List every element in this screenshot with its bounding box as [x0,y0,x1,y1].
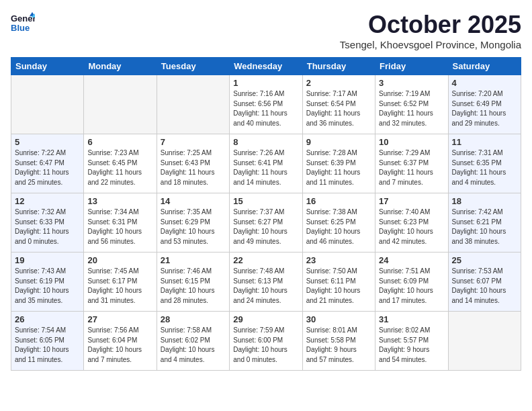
calendar-cell: 19Sunrise: 7:43 AM Sunset: 6:19 PM Dayli… [11,253,84,312]
calendar-cell: 7Sunrise: 7:25 AM Sunset: 6:43 PM Daylig… [157,134,229,193]
day-info: Sunrise: 7:22 AM Sunset: 6:47 PM Dayligh… [15,148,80,187]
day-number: 29 [233,314,298,324]
day-info: Sunrise: 7:19 AM Sunset: 6:52 PM Dayligh… [379,89,444,128]
calendar-cell: 2Sunrise: 7:17 AM Sunset: 6:54 PM Daylig… [302,75,375,134]
day-number: 25 [452,255,517,265]
week-row-1: 1Sunrise: 7:16 AM Sunset: 6:56 PM Daylig… [11,75,521,134]
calendar-cell: 15Sunrise: 7:37 AM Sunset: 6:27 PM Dayli… [230,193,302,253]
day-number: 10 [379,137,444,147]
calendar-cell [448,312,521,371]
day-info: Sunrise: 7:56 AM Sunset: 6:04 PM Dayligh… [87,326,152,365]
logo: General Blue [11,11,38,35]
calendar-cell: 6Sunrise: 7:23 AM Sunset: 6:45 PM Daylig… [84,134,157,193]
day-info: Sunrise: 7:54 AM Sunset: 6:05 PM Dayligh… [15,326,80,365]
day-number: 27 [87,314,152,324]
calendar-cell: 30Sunrise: 8:01 AM Sunset: 5:58 PM Dayli… [302,312,375,371]
week-row-4: 19Sunrise: 7:43 AM Sunset: 6:19 PM Dayli… [11,253,521,312]
day-info: Sunrise: 7:16 AM Sunset: 6:56 PM Dayligh… [233,89,298,128]
calendar-cell [157,75,229,134]
day-info: Sunrise: 7:29 AM Sunset: 6:37 PM Dayligh… [379,148,444,187]
day-number: 1 [233,78,298,88]
day-info: Sunrise: 7:38 AM Sunset: 6:25 PM Dayligh… [306,208,371,246]
calendar-cell: 16Sunrise: 7:38 AM Sunset: 6:25 PM Dayli… [302,193,375,253]
calendar-cell: 17Sunrise: 7:40 AM Sunset: 6:23 PM Dayli… [375,193,448,253]
day-number: 16 [306,196,371,206]
day-info: Sunrise: 7:53 AM Sunset: 6:07 PM Dayligh… [452,267,517,306]
calendar-cell: 22Sunrise: 7:48 AM Sunset: 6:13 PM Dayli… [230,253,302,312]
calendar-cell: 11Sunrise: 7:31 AM Sunset: 6:35 PM Dayli… [448,134,521,193]
calendar-cell: 18Sunrise: 7:42 AM Sunset: 6:21 PM Dayli… [448,193,521,253]
day-number: 4 [452,78,517,88]
weekday-header-wednesday: Wednesday [230,58,302,75]
weekday-header-thursday: Thursday [302,58,375,75]
calendar-cell: 10Sunrise: 7:29 AM Sunset: 6:37 PM Dayli… [375,134,448,193]
calendar-cell: 29Sunrise: 7:59 AM Sunset: 6:00 PM Dayli… [230,312,302,371]
title-block: October 2025 Tsengel, Khoevsgoel Provinc… [340,11,521,50]
day-number: 19 [15,255,80,265]
location: Tsengel, Khoevsgoel Province, Mongolia [340,39,521,50]
day-info: Sunrise: 7:35 AM Sunset: 6:29 PM Dayligh… [161,208,226,246]
day-info: Sunrise: 7:45 AM Sunset: 6:17 PM Dayligh… [87,267,152,306]
week-row-3: 12Sunrise: 7:32 AM Sunset: 6:33 PM Dayli… [11,193,521,253]
day-info: Sunrise: 7:58 AM Sunset: 6:02 PM Dayligh… [161,326,226,365]
calendar-cell [84,75,157,134]
day-number: 17 [379,196,444,206]
calendar-table: SundayMondayTuesdayWednesdayThursdayFrid… [11,57,521,371]
day-info: Sunrise: 7:43 AM Sunset: 6:19 PM Dayligh… [15,267,80,306]
calendar-cell: 31Sunrise: 8:02 AM Sunset: 5:57 PM Dayli… [375,312,448,371]
day-number: 3 [379,78,444,88]
calendar-cell: 1Sunrise: 7:16 AM Sunset: 6:56 PM Daylig… [230,75,302,134]
day-number: 21 [161,255,226,265]
day-number: 30 [306,314,371,324]
calendar-cell: 21Sunrise: 7:46 AM Sunset: 6:15 PM Dayli… [157,253,229,312]
day-number: 20 [87,255,152,265]
calendar-cell: 24Sunrise: 7:51 AM Sunset: 6:09 PM Dayli… [375,253,448,312]
day-info: Sunrise: 7:40 AM Sunset: 6:23 PM Dayligh… [379,208,444,246]
calendar-page: General Blue October 2025 Tsengel, Khoev… [0,0,532,411]
day-number: 9 [306,137,371,147]
day-number: 31 [379,314,444,324]
calendar-cell: 8Sunrise: 7:26 AM Sunset: 6:41 PM Daylig… [230,134,302,193]
week-row-2: 5Sunrise: 7:22 AM Sunset: 6:47 PM Daylig… [11,134,521,193]
header: General Blue October 2025 Tsengel, Khoev… [11,11,521,50]
day-number: 5 [15,137,80,147]
day-number: 26 [15,314,80,324]
calendar-cell: 4Sunrise: 7:20 AM Sunset: 6:49 PM Daylig… [448,75,521,134]
calendar-cell: 3Sunrise: 7:19 AM Sunset: 6:52 PM Daylig… [375,75,448,134]
calendar-cell: 27Sunrise: 7:56 AM Sunset: 6:04 PM Dayli… [84,312,157,371]
day-number: 7 [161,137,226,147]
day-number: 11 [452,137,517,147]
day-info: Sunrise: 7:32 AM Sunset: 6:33 PM Dayligh… [15,208,80,246]
day-info: Sunrise: 7:42 AM Sunset: 6:21 PM Dayligh… [452,208,517,246]
weekday-header-sunday: Sunday [11,58,84,75]
day-number: 2 [306,78,371,88]
logo-icon: General Blue [11,11,35,35]
calendar-cell [11,75,84,134]
day-info: Sunrise: 7:50 AM Sunset: 6:11 PM Dayligh… [306,267,371,306]
calendar-cell: 14Sunrise: 7:35 AM Sunset: 6:29 PM Dayli… [157,193,229,253]
calendar-cell: 28Sunrise: 7:58 AM Sunset: 6:02 PM Dayli… [157,312,229,371]
day-number: 8 [233,137,298,147]
weekday-header-saturday: Saturday [448,58,521,75]
day-info: Sunrise: 7:23 AM Sunset: 6:45 PM Dayligh… [87,148,152,187]
calendar-cell: 5Sunrise: 7:22 AM Sunset: 6:47 PM Daylig… [11,134,84,193]
day-info: Sunrise: 7:17 AM Sunset: 6:54 PM Dayligh… [306,89,371,128]
calendar-cell: 23Sunrise: 7:50 AM Sunset: 6:11 PM Dayli… [302,253,375,312]
weekday-header-monday: Monday [84,58,157,75]
month-title: October 2025 [340,11,521,39]
day-info: Sunrise: 7:59 AM Sunset: 6:00 PM Dayligh… [233,326,298,365]
day-number: 28 [161,314,226,324]
calendar-cell: 26Sunrise: 7:54 AM Sunset: 6:05 PM Dayli… [11,312,84,371]
calendar-cell: 25Sunrise: 7:53 AM Sunset: 6:07 PM Dayli… [448,253,521,312]
day-info: Sunrise: 7:26 AM Sunset: 6:41 PM Dayligh… [233,148,298,187]
day-number: 24 [379,255,444,265]
day-number: 18 [452,196,517,206]
day-info: Sunrise: 7:25 AM Sunset: 6:43 PM Dayligh… [161,148,226,187]
day-number: 23 [306,255,371,265]
day-info: Sunrise: 7:37 AM Sunset: 6:27 PM Dayligh… [233,208,298,246]
calendar-cell: 12Sunrise: 7:32 AM Sunset: 6:33 PM Dayli… [11,193,84,253]
day-info: Sunrise: 8:01 AM Sunset: 5:58 PM Dayligh… [306,326,371,365]
day-info: Sunrise: 7:48 AM Sunset: 6:13 PM Dayligh… [233,267,298,306]
day-info: Sunrise: 7:34 AM Sunset: 6:31 PM Dayligh… [87,208,152,246]
day-number: 14 [161,196,226,206]
